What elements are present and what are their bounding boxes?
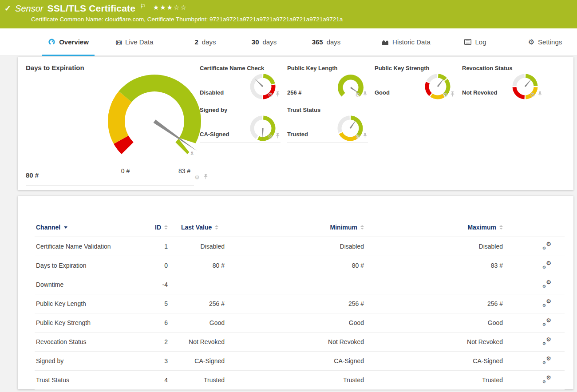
mini-gauge-value: Trusted (287, 131, 308, 138)
mini-gauge-actions: ⚙ (268, 91, 280, 99)
gear-icon[interactable]: ⚙ (530, 92, 535, 98)
column-header-channel[interactable]: Channel (35, 224, 150, 231)
gear-icon: ⚙ (528, 38, 534, 46)
tab-365-days[interactable]: 365days (307, 28, 346, 55)
gear-icon[interactable]: ⚙ (194, 174, 200, 180)
mini-gauge-actions: ⚙ (530, 91, 542, 99)
mini-gauge-actions: ⚙ (355, 91, 367, 99)
channel-actions: ⚙⚙ (503, 319, 565, 326)
divider (26, 185, 194, 186)
gear-icon[interactable]: ⚙ (443, 92, 448, 98)
pin-icon[interactable] (276, 91, 280, 99)
channel-id: 5 (150, 300, 168, 307)
pin-icon[interactable] (538, 91, 542, 99)
channel-actions: ⚙⚙ (503, 376, 565, 384)
channel-settings-icon[interactable]: ⚙⚙ (542, 338, 551, 345)
channel-id: 2 (150, 338, 168, 345)
flag-icon[interactable]: ⚐ (140, 3, 146, 10)
table-row: Signed by3CA-SignedCA-SignedCA-Signed⚙⚙ (35, 351, 565, 371)
mini-gauge-value: Good (375, 89, 390, 96)
mini-gauge-revocation-status[interactable]: Revocation StatusNot Revoked⚙ (462, 62, 543, 101)
column-header-maximum[interactable]: Maximum (364, 224, 503, 231)
mini-gauge-certificate-name-check[interactable]: Certificate Name CheckDisabled⚙ (200, 62, 281, 101)
tab-2-days[interactable]: 2days (191, 28, 220, 55)
channel-name[interactable]: Days to Expiration (35, 262, 150, 269)
tab-30-days[interactable]: 30days (248, 28, 281, 55)
mini-gauge-value: Disabled (200, 89, 224, 96)
mini-gauge-actions: ⚙ (268, 132, 280, 140)
tab-overview[interactable]: Overview (42, 28, 95, 55)
channel-name[interactable]: Trust Status (35, 376, 150, 384)
channel-name[interactable]: Public Key Length (35, 300, 150, 307)
channel-id: 4 (150, 376, 168, 384)
gauges-panel: Days to Expiration x̄ 0 # 83 # 80 # ⚙ Ce… (18, 57, 573, 190)
gear-icon[interactable]: ⚙ (355, 92, 360, 98)
tab-number: 2 (194, 38, 198, 46)
channel-settings-icon[interactable]: ⚙⚙ (542, 319, 551, 326)
pin-icon[interactable] (204, 173, 208, 181)
pin-icon[interactable] (363, 132, 367, 140)
channel-settings-icon[interactable]: ⚙⚙ (542, 376, 551, 384)
table-row: Trust Status4TrustedTrustedTrusted⚙⚙ (35, 370, 565, 390)
tab-number: 365 (312, 38, 323, 46)
gear-icon[interactable]: ⚙ (355, 134, 360, 139)
tab-historic-data[interactable]: Historic Data (375, 28, 437, 55)
pin-icon[interactable] (276, 132, 280, 140)
tab-label: Settings (538, 38, 562, 46)
mini-gauge-value: Not Revoked (462, 89, 497, 96)
tab-log[interactable]: Log (460, 28, 490, 55)
column-header-minimum[interactable]: Minimum (225, 224, 364, 231)
gear-icon[interactable]: ⚙ (268, 134, 273, 139)
gear-icon[interactable]: ⚙ (268, 92, 273, 98)
channel-name[interactable]: Certificate Name Validation (35, 243, 150, 250)
channel-settings-icon[interactable]: ⚙⚙ (542, 242, 551, 250)
column-header-last-value[interactable]: Last Value (168, 224, 225, 231)
channel-last-value: Good (168, 319, 225, 326)
sensor-title: SSL/TLS Certificate (47, 3, 135, 14)
gauge-min-label: 0 # (113, 167, 138, 174)
channel-settings-icon[interactable]: ⚙⚙ (542, 281, 551, 288)
channel-minimum: Good (225, 319, 364, 326)
table-row: Certificate Name Validation1DisabledDisa… (35, 237, 565, 256)
column-label: Channel (36, 224, 60, 231)
channel-last-value: Disabled (168, 243, 225, 250)
column-label: Minimum (330, 224, 357, 231)
tab-label: days (263, 38, 277, 46)
priority-stars[interactable]: ★★★☆☆ (153, 4, 187, 12)
channel-name[interactable]: Public Key Strength (35, 319, 150, 326)
mini-gauge-title: Certificate Name Check (200, 65, 264, 71)
mini-gauge-trust-status[interactable]: Trust StatusTrusted⚙ (287, 104, 368, 143)
channel-settings-icon[interactable]: ⚙⚙ (542, 300, 551, 307)
mini-gauge-signed-by[interactable]: Signed byCA-Signed⚙ (200, 104, 281, 143)
mini-gauge-public-key-strength[interactable]: Public Key StrengthGood⚙ (375, 62, 455, 101)
tab-label: Live Data (125, 38, 153, 46)
channel-name[interactable]: Revocation Status (35, 338, 150, 345)
channel-last-value: 256 # (168, 300, 225, 307)
mini-gauge-title: Signed by (200, 107, 227, 113)
channel-settings-icon[interactable]: ⚙⚙ (542, 261, 551, 269)
column-header-id[interactable]: ID (150, 224, 168, 231)
sort-icon (164, 225, 168, 230)
stars-filled: ★★★ (153, 4, 174, 11)
pin-icon[interactable] (451, 91, 454, 99)
column-label: ID (155, 224, 161, 231)
days-to-expiration-gauge: x̄ (97, 69, 212, 162)
table-header-row: ChannelIDLast ValueMinimumMaximum (35, 218, 565, 237)
channel-name[interactable]: Downtime (35, 281, 150, 288)
pin-icon[interactable] (363, 91, 367, 99)
channel-last-value: Trusted (168, 376, 225, 384)
main-gauge-actions: ⚙ (194, 173, 208, 181)
table-row: Downtime-4⚙⚙ (35, 275, 565, 294)
main-gauge-title: Days to Expiration (26, 64, 84, 71)
mini-gauge-public-key-length[interactable]: Public Key Length256 #⚙ (287, 62, 368, 101)
gauge-max-label: 83 # (172, 167, 197, 174)
tab-settings[interactable]: ⚙Settings (523, 28, 567, 55)
channel-actions: ⚙⚙ (503, 338, 565, 345)
channel-name[interactable]: Signed by (35, 357, 150, 364)
channel-actions: ⚙⚙ (503, 281, 565, 288)
sensor-title-row: ✓ Sensor SSL/TLS Certificate ⚐ ★★★☆☆ (4, 2, 187, 15)
channel-actions: ⚙⚙ (503, 357, 565, 364)
channel-actions: ⚙⚙ (503, 242, 565, 250)
channel-settings-icon[interactable]: ⚙⚙ (542, 357, 551, 364)
tab-live-data[interactable]: ((•))Live Data (110, 28, 159, 55)
